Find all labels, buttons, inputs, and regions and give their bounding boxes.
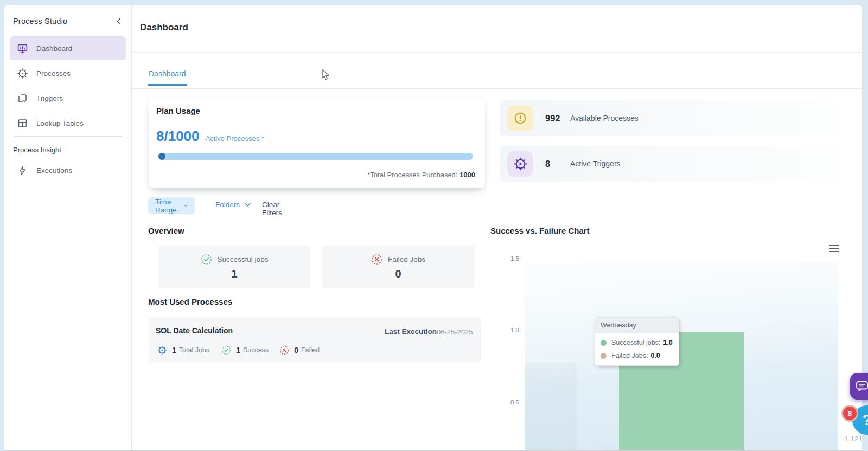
last-execution-label: Last Execution	[385, 327, 437, 336]
version-label: 1.121	[844, 435, 863, 443]
chart-tooltip-row: Successful jobs: 1.0	[595, 333, 679, 346]
success-label: Success	[243, 346, 269, 354]
available-processes-label: Available Processes	[570, 114, 639, 123]
sidebar: Process Studio Dashboard	[4, 5, 132, 450]
plan-usage-label: Active Processes *	[206, 134, 264, 143]
total-jobs-value: 1	[172, 346, 176, 355]
hamburger-menu-icon	[828, 244, 839, 253]
series-dot-failed	[601, 353, 607, 359]
failed-jobs-label: Failed Jobs	[388, 255, 425, 263]
app-frame: Process Studio Dashboard	[4, 5, 862, 451]
sidebar-section-label: Process Insight	[4, 137, 131, 158]
tabs-bar: Dashboard	[132, 53, 862, 89]
plan-usage-progress-bar	[158, 153, 473, 160]
successful-jobs-label: Successful jobs	[218, 255, 269, 263]
sidebar-item-label: Lookup Tables	[36, 119, 84, 127]
most-used-title: Most Used Processes	[148, 297, 232, 306]
folders-label: Folders	[215, 201, 240, 209]
chevron-down-icon	[184, 204, 188, 208]
app-title: Process Studio	[13, 17, 67, 25]
last-execution-date: 06-25-2025	[437, 328, 473, 336]
page-header: Dashboard	[132, 5, 862, 53]
sidebar-item-executions[interactable]: Executions	[10, 158, 126, 182]
success-value: 1	[236, 346, 240, 355]
overview-title: Overview	[148, 226, 184, 235]
successful-jobs-card: Successful jobs 1	[158, 246, 310, 288]
lightning-bolt-icon	[17, 165, 28, 176]
failed-label: Failed	[301, 346, 320, 354]
notification-badge[interactable]: 8	[841, 405, 858, 422]
clear-filters-button[interactable]: Clear Filters	[262, 201, 282, 217]
successful-jobs-value: 1	[231, 268, 237, 280]
notification-count: 8	[848, 409, 852, 417]
chat-bubble-icon	[855, 379, 868, 393]
failed-jobs-card: Failed Jobs 0	[322, 246, 474, 288]
tab-dashboard[interactable]: Dashboard	[148, 69, 187, 86]
chart-title: Success vs. Failure Chart	[490, 226, 590, 235]
available-processes-value: 992	[545, 113, 567, 124]
plan-usage-footnote: *Total Processes Purchased: 1000	[367, 171, 475, 179]
main-content: Dashboard Dashboard Plan Usage 8/1000 Ac…	[132, 5, 862, 450]
sidebar-item-triggers[interactable]: Triggers	[10, 86, 126, 110]
plan-usage-title: Plan Usage	[156, 106, 200, 115]
chevron-left-icon	[115, 17, 123, 25]
process-gear-icon	[507, 151, 533, 177]
chevron-down-icon	[245, 203, 251, 207]
y-axis-tick: 1.0	[497, 327, 519, 333]
active-triggers-card: 8 Active Triggers	[500, 146, 838, 182]
process-name: SOL Date Calculation	[156, 326, 233, 335]
time-range-label: Time Range	[155, 198, 179, 214]
available-processes-card: 992 Available Processes	[500, 100, 838, 136]
failed-value: 0	[294, 346, 298, 355]
table-grid-icon	[17, 118, 28, 129]
plan-usage-card: Plan Usage 8/1000 Active Processes * *To…	[149, 98, 485, 188]
sidebar-item-label: Triggers	[36, 94, 63, 102]
process-stats-row: 1 Total Jobs 1 Success 0 Failed	[157, 345, 320, 355]
folders-filter[interactable]: Folders	[215, 201, 251, 209]
y-axis-tick: 1.5	[497, 255, 519, 262]
sidebar-collapse-button[interactable]	[115, 17, 123, 25]
dashboard-monitor-icon	[17, 43, 28, 54]
chart-tooltip: Wednesday Successful jobs: 1.0 Failed Jo…	[595, 317, 679, 366]
question-mark-icon: ?	[863, 412, 868, 429]
process-list-item[interactable]: SOL Date Calculation Last Execution 06-2…	[149, 317, 481, 363]
failed-jobs-value: 0	[395, 268, 401, 280]
chat-button[interactable]	[850, 373, 868, 400]
sidebar-item-dashboard[interactable]: Dashboard	[10, 36, 126, 60]
time-range-filter[interactable]: Time Range	[148, 197, 195, 214]
failed-icon	[371, 254, 382, 265]
chart-menu-button[interactable]	[828, 244, 839, 253]
sidebar-item-label: Processes	[36, 69, 71, 78]
y-axis-tick: 0.5	[497, 399, 519, 405]
total-jobs-label: Total Jobs	[179, 346, 209, 354]
plan-usage-footnote-value: 1000	[459, 171, 475, 179]
page-title: Dashboard	[140, 22, 188, 33]
plan-usage-value-row: 8/1000 Active Processes *	[156, 128, 264, 145]
chart-hover-band	[525, 363, 577, 450]
alert-circle-icon	[507, 105, 533, 131]
chart-tooltip-row: Failed Jobs: 0.0	[595, 346, 679, 359]
active-triggers-value: 8	[545, 159, 567, 169]
plan-usage-progress-fill	[158, 153, 165, 160]
active-triggers-label: Active Triggers	[570, 159, 621, 168]
success-icon	[201, 254, 212, 265]
sidebar-item-processes[interactable]: Processes	[10, 61, 126, 85]
sidebar-header: Process Studio	[4, 5, 131, 36]
chart-plot-area[interactable]	[525, 261, 838, 450]
sidebar-item-label: Dashboard	[36, 44, 72, 53]
series-dot-successful	[601, 340, 607, 346]
success-icon	[221, 345, 231, 355]
trigger-box-check-icon	[17, 93, 28, 104]
chart-tooltip-title: Wednesday	[595, 318, 679, 333]
sidebar-item-label: Executions	[36, 166, 72, 175]
plan-usage-value: 8/1000	[156, 128, 200, 145]
process-gear-icon	[157, 345, 167, 355]
sidebar-item-lookup-tables[interactable]: Lookup Tables	[10, 111, 126, 135]
process-gear-icon	[17, 68, 28, 79]
failed-icon	[279, 345, 289, 355]
